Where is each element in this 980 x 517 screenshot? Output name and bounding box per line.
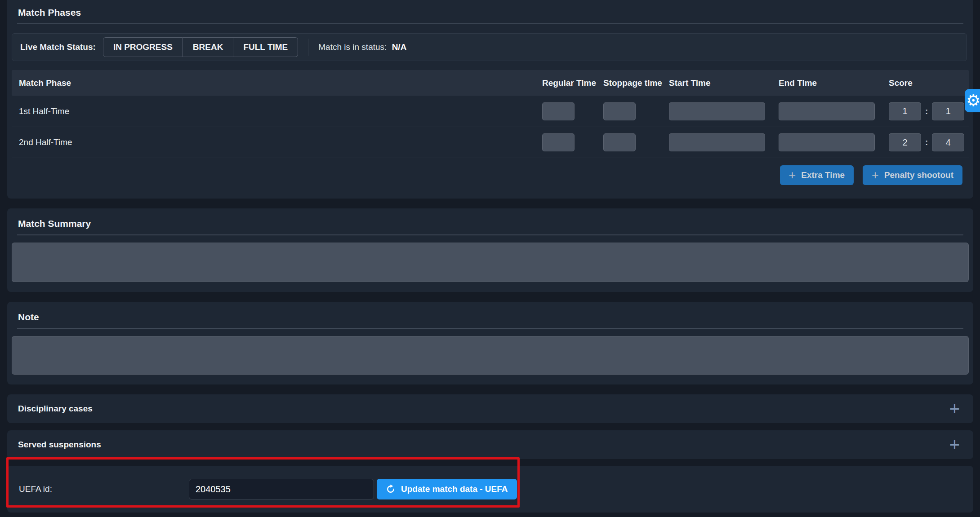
live-match-status-bar: Live Match Status: IN PROGRESS BREAK FUL… — [12, 33, 967, 61]
update-match-data-label: Update match data - UEFA — [401, 484, 508, 494]
score-separator: : — [925, 137, 928, 147]
header-end-time: End Time — [779, 78, 889, 88]
uefa-id-label: UEFA id: — [19, 484, 52, 494]
add-penalty-shootout-button[interactable]: + Penalty shootout — [863, 165, 962, 185]
table-row-second-half: 2nd Half-Time : — [12, 127, 969, 158]
add-extra-time-button[interactable]: + Extra Time — [780, 165, 854, 185]
disciplinary-cases-section[interactable]: Disciplinary cases + — [7, 394, 973, 423]
header-regular-time: Regular Time — [542, 78, 603, 88]
note-card: Note — [7, 302, 973, 384]
section-title-match-phases: Match Phases — [7, 0, 973, 19]
start-time-input[interactable] — [669, 133, 765, 151]
phase-actions: + Extra Time + Penalty shootout — [7, 165, 962, 185]
expand-plus-icon[interactable]: + — [949, 400, 960, 418]
header-match-phase: Match Phase — [12, 78, 542, 88]
match-phase-table: Match Phase Regular Time Stoppage time S… — [12, 70, 969, 158]
uefa-id-input[interactable] — [189, 479, 374, 499]
uefa-id-card: UEFA id: Update match data - UEFA — [7, 466, 973, 513]
match-summary-textarea[interactable] — [12, 243, 969, 282]
status-button-in-progress[interactable]: IN PROGRESS — [103, 37, 183, 57]
table-row-first-half: 1st Half-Time : — [12, 96, 969, 127]
section-title-match-summary: Match Summary — [7, 208, 973, 230]
add-extra-time-label: Extra Time — [801, 170, 845, 180]
match-status-value: N/A — [392, 42, 407, 52]
score-home-input[interactable] — [889, 133, 921, 151]
plus-icon: + — [872, 169, 879, 181]
divider — [17, 234, 963, 235]
vertical-divider — [308, 39, 308, 56]
score-home-input[interactable] — [889, 102, 921, 120]
header-stoppage-time: Stoppage time — [603, 78, 669, 88]
status-button-group: IN PROGRESS BREAK FULL TIME — [103, 37, 298, 57]
match-admin-page: Match Phases Live Match Status: IN PROGR… — [0, 0, 980, 517]
end-time-input[interactable] — [779, 102, 875, 120]
divider — [17, 328, 963, 329]
plus-icon: + — [789, 169, 796, 181]
served-suspensions-section[interactable]: Served suspensions + — [7, 430, 973, 459]
served-suspensions-title: Served suspensions — [18, 440, 101, 450]
main-content: Match Phases Live Match Status: IN PROGR… — [7, 0, 973, 513]
note-textarea[interactable] — [12, 336, 969, 375]
section-title-note: Note — [7, 302, 973, 323]
gear-icon: ⚙ — [966, 93, 980, 109]
live-match-status-label: Live Match Status: — [20, 42, 96, 52]
settings-button[interactable]: ⚙ — [965, 89, 980, 112]
score-away-input[interactable] — [932, 133, 964, 151]
score-separator: : — [925, 106, 928, 116]
header-start-time: Start Time — [669, 78, 779, 88]
end-time-input[interactable] — [779, 133, 875, 151]
update-match-data-button[interactable]: Update match data - UEFA — [377, 479, 517, 499]
phase-label: 1st Half-Time — [12, 106, 542, 116]
table-header-row: Match Phase Regular Time Stoppage time S… — [12, 70, 969, 96]
status-button-break[interactable]: BREAK — [183, 37, 234, 57]
match-phases-card: Match Phases Live Match Status: IN PROGR… — [7, 0, 973, 199]
stoppage-time-input[interactable] — [603, 102, 636, 120]
disciplinary-cases-title: Disciplinary cases — [18, 404, 93, 414]
regular-time-input[interactable] — [542, 133, 575, 151]
score-away-input[interactable] — [932, 102, 964, 120]
phase-label: 2nd Half-Time — [12, 137, 542, 147]
status-button-full-time[interactable]: FULL TIME — [233, 37, 298, 57]
divider — [17, 23, 963, 24]
header-score: Score — [889, 78, 969, 88]
match-summary-card: Match Summary — [7, 208, 973, 292]
expand-plus-icon[interactable]: + — [949, 436, 960, 454]
add-penalty-shootout-label: Penalty shootout — [884, 170, 953, 180]
refresh-icon — [386, 484, 396, 494]
start-time-input[interactable] — [669, 102, 765, 120]
match-status-caption: Match is in status: — [318, 42, 387, 52]
match-status-text: Match is in status: N/A — [318, 42, 406, 52]
stoppage-time-input[interactable] — [603, 133, 636, 151]
regular-time-input[interactable] — [542, 102, 575, 120]
